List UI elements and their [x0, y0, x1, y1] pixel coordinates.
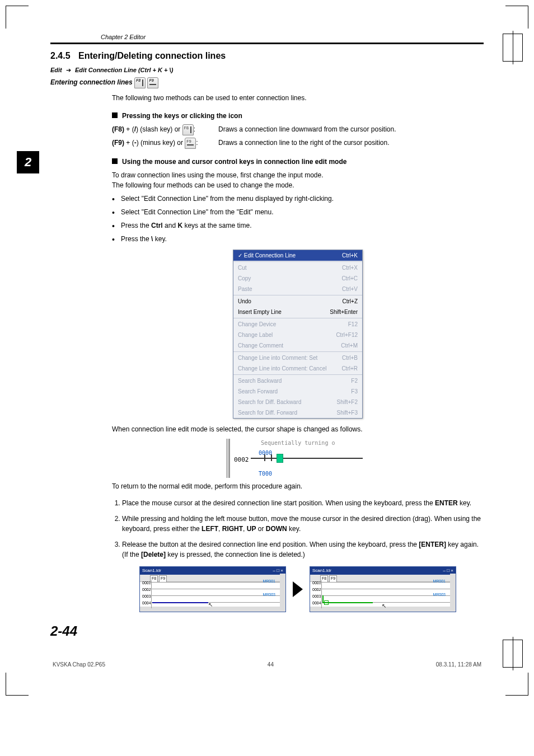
f9-key-icon — [185, 138, 196, 149]
menu-item: UndoCtrl+Z — [233, 296, 362, 307]
f8-key-icon — [182, 124, 194, 135]
line-number: 0001 — [142, 580, 151, 586]
scrollbar-vertical — [450, 574, 456, 612]
li-bold: K — [177, 222, 182, 229]
f9-key-icon — [147, 77, 158, 88]
li-text: key. — [153, 235, 166, 243]
menu-item-disabled: Change Line into Comment: CancelCtrl+R — [233, 363, 362, 374]
subsection-heading: Entering connection lines — [50, 77, 484, 88]
key-text: + ( — [124, 139, 134, 147]
maximize-icon: □ — [447, 568, 449, 573]
arrow-right-icon — [293, 581, 303, 597]
key-text: ) (minus key) or — [137, 139, 185, 147]
key-combo-f8: (F8) + (/) (slash key) or : — [112, 124, 218, 135]
connection-cursor-icon — [277, 454, 283, 463]
ladder-device-bot: T000 — [259, 469, 272, 478]
li-text: Press the — [121, 222, 151, 229]
coil-label: MR001 — [433, 579, 446, 585]
key-text: + ( — [124, 125, 134, 133]
connection-line-icon — [322, 602, 373, 603]
key-desc-f9: Draws a connection line to the right of … — [218, 138, 484, 148]
coil-label: MR003 — [263, 592, 275, 598]
menu-item-disabled: Search ForwardF3 — [233, 386, 362, 397]
line-number: 0002 — [142, 587, 151, 593]
cursor-icon: ↖ — [382, 602, 386, 610]
footer-page: 44 — [268, 661, 274, 668]
list-item: Select "Edit Connection Line" from the "… — [112, 207, 484, 217]
key-bold: (F9) — [112, 139, 124, 147]
key-bold: (F8) — [112, 125, 124, 133]
coil-label: MR003 — [433, 592, 446, 598]
ladder-window-before: Scan1.ldr– □ × F8F9 0001 0002 0003 0004 … — [139, 566, 286, 612]
arrow-icon: ➔ — [64, 67, 73, 73]
li-bold: Ctrl — [151, 222, 163, 229]
minimize-icon: – — [273, 568, 275, 573]
window-title: Scan1.ldr — [312, 567, 331, 574]
menu-path: Edit ➔ Edit Connection Line (Ctrl + K + … — [50, 67, 484, 74]
key-text: ) (slash key) or — [136, 125, 182, 133]
line-number: 0003 — [142, 594, 151, 600]
li-text: keys at the same time. — [182, 222, 251, 229]
cursor-shape-text: When connection line edit mode is select… — [112, 424, 484, 434]
f8-key-icon — [134, 77, 146, 88]
step-item: Release the button at the desired connec… — [122, 539, 484, 560]
ladder-comment: Sequentially turning o — [261, 439, 335, 447]
menu-item-disabled: CutCtrl+X — [233, 262, 362, 273]
scrollbar-vertical — [280, 574, 285, 612]
window-title: Scan1.ldr — [142, 567, 161, 574]
coil-label: MR001 — [263, 579, 275, 585]
menu-path-a: Edit — [50, 67, 62, 73]
section-number: 2.4.5 — [50, 51, 71, 61]
menu-item: Insert Empty LineShift+Enter — [233, 307, 362, 317]
footer: KVSKA Chap 02.P65 44 08.3.11, 11:28 AM — [50, 661, 484, 668]
line-number: 0004 — [142, 600, 151, 607]
key-table: (F8) + (/) (slash key) or : Draws a conn… — [112, 124, 484, 149]
subsection-label: Entering connection lines — [50, 78, 133, 86]
menu-item-highlighted: Edit Connection Line Ctrl+K — [233, 250, 362, 261]
sub-heading-2: Using the mouse and cursor control keys … — [112, 157, 484, 167]
ladder-device-top: 0000 — [259, 449, 272, 457]
page-number: 2-44 — [50, 623, 484, 639]
menu-item-disabled: Search BackwardF2 — [233, 375, 362, 386]
maximize-icon: □ — [277, 568, 279, 573]
context-menu-figure: Edit Connection Line Ctrl+K CutCtrl+X Co… — [233, 250, 363, 419]
step-item: While pressing and holding the left mous… — [122, 514, 484, 534]
menu-label: Edit Connection Line — [238, 251, 296, 260]
before-after-figure: Scan1.ldr– □ × F8F9 0001 0002 0003 0004 … — [112, 566, 484, 612]
step-item: Place the mouse cursor at the desired co… — [122, 498, 484, 508]
scrollbar-horizontal — [310, 607, 450, 612]
li-text: and — [163, 222, 178, 229]
list-item: Press the \ key. — [112, 234, 484, 244]
ladder-rownum: 0002 — [234, 456, 249, 465]
intro-paragraph: The following two methods can be used to… — [112, 93, 484, 103]
line-number: 0001 — [312, 580, 321, 586]
menu-item-disabled: Search for Diff. BackwardShift+F2 — [233, 397, 362, 407]
chapter-header: Chapter 2 Editor — [50, 34, 484, 40]
header-rule — [50, 43, 484, 44]
return-mode-text: To return to the normal edit mode, perfo… — [112, 481, 484, 491]
line-number: 0003 — [312, 594, 321, 600]
cursor-icon: ↖ — [208, 600, 213, 609]
menu-item-disabled: Change DeviceF12 — [233, 319, 362, 330]
list-item: Press the Ctrl and K keys at the same ti… — [112, 220, 484, 231]
section-title: 2.4.5 Entering/Deleting connection lines — [50, 51, 484, 61]
line-number: 0004 — [312, 600, 321, 607]
menu-shortcut: Ctrl+K — [342, 251, 358, 260]
connection-handle-icon — [324, 600, 329, 605]
section-title-text: Entering/Deleting connection lines — [78, 51, 226, 61]
line-number: 0002 — [312, 587, 321, 593]
footer-filename: KVSKA Chap 02.P65 — [53, 661, 105, 668]
menu-item-disabled: PasteCtrl+V — [233, 284, 362, 294]
key-combo-f9: (F9) + (-) (minus key) or : — [112, 138, 218, 149]
menu-item-disabled: Change Line into Comment: SetCtrl+B — [233, 353, 362, 363]
minimize-icon: – — [443, 568, 446, 573]
drag-line-icon — [152, 602, 208, 603]
menu-item-disabled: Change LabelCtrl+F12 — [233, 330, 362, 340]
li-text: Press the — [121, 235, 151, 243]
steps-list: Place the mouse cursor at the desired co… — [112, 498, 484, 560]
key-desc-f8: Draws a connection line downward from th… — [218, 124, 484, 134]
close-icon: × — [451, 568, 453, 573]
ladder-cursor-figure: Sequentially turning o 0002 0000 T000 — [225, 439, 371, 478]
menu-item-disabled: Change CommentCtrl+M — [233, 340, 362, 351]
sub-heading-1: Pressing the keys or clicking the icon — [112, 111, 484, 121]
